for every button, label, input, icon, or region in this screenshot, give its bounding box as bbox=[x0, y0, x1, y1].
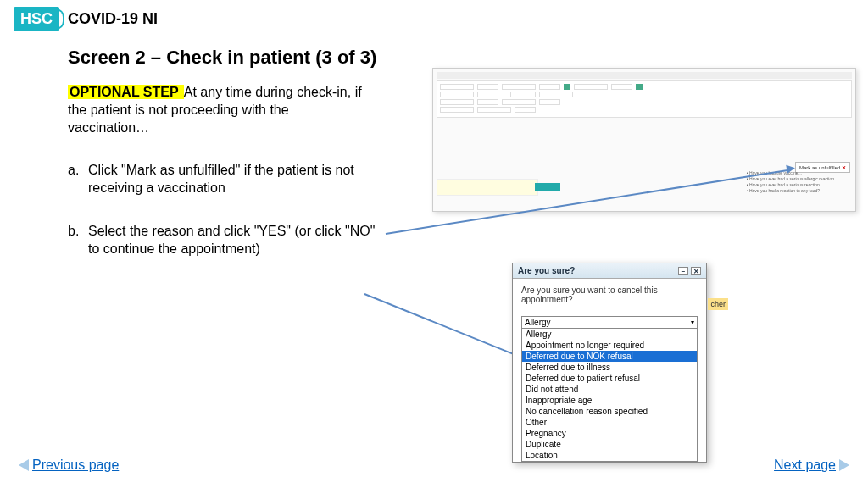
reason-select[interactable]: Allergy ▾ bbox=[521, 316, 698, 329]
reason-option[interactable]: Did not attend bbox=[522, 384, 697, 395]
screenshot-appointment-form: Mark as unfulfilled ✕ • Have you had the… bbox=[432, 68, 856, 212]
callout-arrow-b bbox=[364, 293, 522, 358]
hsc-logo: HSC bbox=[14, 7, 59, 31]
arrow-right-icon bbox=[839, 459, 849, 471]
chevron-down-icon: ▾ bbox=[691, 319, 694, 326]
header: HSC COVID-19 NI bbox=[0, 0, 868, 38]
reason-option[interactable]: Pregnancy bbox=[522, 428, 697, 439]
optional-step-highlight: OPTIONAL STEP bbox=[68, 85, 184, 99]
next-page-link[interactable]: Next page bbox=[774, 458, 849, 473]
callout-arrowhead-a bbox=[786, 164, 795, 173]
reason-option-selected[interactable]: Deferred due to NOK refusal bbox=[522, 351, 697, 362]
next-label: Next page bbox=[774, 458, 836, 473]
step-marker: a. bbox=[68, 162, 79, 180]
confirm-dialog: Are you sure? − ✕ Are you sure you want … bbox=[512, 263, 707, 463]
previous-page-link[interactable]: Previous page bbox=[19, 458, 119, 473]
intro-text: OPTIONAL STEP At any time during check-i… bbox=[68, 84, 373, 136]
nav-footer: Previous page Next page bbox=[19, 458, 849, 473]
reason-option[interactable]: Duplicate bbox=[522, 439, 697, 450]
reason-option[interactable]: Appointment no longer required bbox=[522, 340, 697, 351]
reason-option[interactable]: Deferred due to patient refusal bbox=[522, 373, 697, 384]
x-icon: ✕ bbox=[842, 165, 846, 170]
prev-label: Previous page bbox=[32, 458, 119, 473]
arrow-left-icon bbox=[19, 459, 29, 471]
reason-option[interactable]: Allergy bbox=[522, 329, 697, 340]
step-text: Click "Mark as unfulfilled" if the patie… bbox=[88, 163, 354, 195]
reason-options-list: Allergy Appointment no longer required D… bbox=[521, 329, 698, 462]
dialog-titlebar: Are you sure? − ✕ bbox=[513, 263, 706, 279]
header-title: COVID-19 NI bbox=[68, 10, 158, 28]
reason-option[interactable]: Inappropriate age bbox=[522, 395, 697, 406]
close-icon[interactable]: ✕ bbox=[691, 267, 701, 275]
reason-option[interactable]: Other bbox=[522, 417, 697, 428]
dialog-body-text: Are you sure you want to cancel this app… bbox=[513, 279, 706, 316]
minimize-icon[interactable]: − bbox=[678, 267, 688, 275]
reason-option[interactable]: Deferred due to illness bbox=[522, 362, 697, 373]
step-b: b. Select the reason and click "YES" (or… bbox=[68, 223, 390, 258]
page-title: Screen 2 – Check in patient (3 of 3) bbox=[68, 47, 800, 69]
step-text: Select the reason and click "YES" (or cl… bbox=[88, 224, 375, 256]
reason-option[interactable]: No cancellation reason specified bbox=[522, 406, 697, 417]
step-list: a. Click "Mark as unfulfilled" if the pa… bbox=[68, 162, 390, 258]
reason-selected-value: Allergy bbox=[525, 318, 551, 327]
cher-fragment: cher bbox=[708, 298, 728, 310]
step-a: a. Click "Mark as unfulfilled" if the pa… bbox=[68, 162, 390, 197]
step-marker: b. bbox=[68, 223, 79, 241]
dialog-title-text: Are you sure? bbox=[518, 266, 575, 275]
